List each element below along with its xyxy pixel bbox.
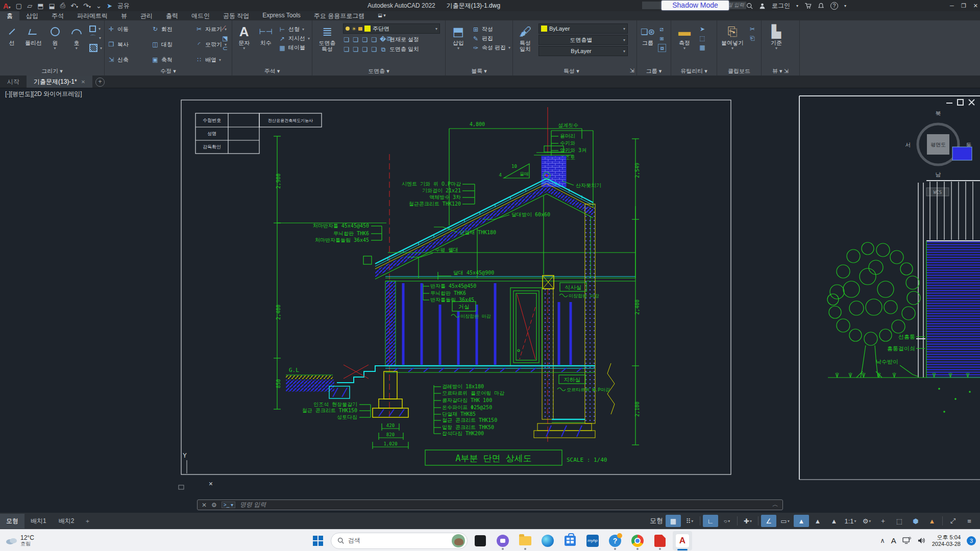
panel-properties-title[interactable]: 특성 ▾ ⇲ — [513, 67, 636, 75]
line-button[interactable]: 선 — [3, 23, 20, 52]
help-icon[interactable]: ? — [830, 2, 838, 10]
app-terminal[interactable] — [471, 531, 490, 550]
login-caret-icon[interactable]: ▾ — [796, 4, 798, 8]
set-current-layer-button[interactable]: �즉현재로 설정 — [380, 35, 419, 44]
model-paper-toggle[interactable]: 모형 — [648, 515, 665, 527]
new-layout-button[interactable]: ＋ — [84, 517, 90, 525]
layer-tool-icon[interactable]: ❏ — [352, 46, 359, 53]
isodraft-toggle[interactable]: ✚▾ — [740, 515, 755, 527]
move-button[interactable]: ✛이동 — [108, 23, 148, 35]
grip-box[interactable] — [179, 485, 184, 489]
panel-draw-title[interactable]: 그리기 ▾ — [0, 67, 104, 75]
tab-annotate[interactable]: 주석 — [45, 11, 70, 20]
offset-icon[interactable]: ⊂ — [222, 45, 229, 52]
layer-properties-button[interactable]: ≣도면층 특성 — [315, 23, 339, 53]
hardware-warning-icon[interactable]: ▲ — [924, 515, 940, 527]
redo-icon[interactable]: ↷▾ — [83, 2, 91, 10]
help-caret-icon[interactable]: ▾ — [844, 4, 846, 8]
tray-chevron-icon[interactable]: ∧ — [880, 537, 885, 544]
cart-icon[interactable] — [804, 3, 812, 9]
ungroup-icon[interactable]: ⧄ — [658, 26, 665, 33]
layer-tool-icon[interactable]: ❏ — [371, 46, 378, 53]
group-button[interactable]: ❏⊛그룹 — [639, 23, 656, 52]
layer-tool-icon[interactable]: ❏ — [361, 36, 369, 43]
network-icon[interactable] — [902, 537, 911, 544]
insert-block-button[interactable]: ⬒삽입▾ — [449, 23, 468, 52]
minimize-button[interactable]: ─ — [950, 3, 954, 9]
layer-tool-icon[interactable]: ❏ — [343, 46, 350, 53]
grid-toggle[interactable]: ▦ — [666, 515, 681, 527]
grip-x-icon[interactable]: ✕ — [209, 480, 213, 487]
user-icon[interactable] — [759, 3, 766, 9]
tab-view[interactable]: 뷰 — [114, 11, 134, 20]
arc-button[interactable]: 호▾ — [68, 23, 85, 52]
crosshair-button[interactable]: ＋ — [875, 515, 891, 527]
layer-tool-icon[interactable]: ❏ — [343, 36, 350, 43]
rotate-button[interactable]: ↻회전 — [152, 23, 191, 35]
clock[interactable]: 오후 5:04 2024-03-28 — [932, 534, 961, 547]
color-combo[interactable]: ByLayer▾ — [538, 23, 628, 34]
tab-collaborate[interactable]: 공동 작업 — [216, 11, 256, 20]
circle-button[interactable]: 원▾ — [46, 23, 64, 52]
match-properties-button[interactable]: 🖌특성 일치 — [516, 23, 534, 56]
create-block-button[interactable]: ⊞작성 — [472, 26, 510, 33]
layer-match-button[interactable]: ⧉도면층 일치 — [380, 45, 419, 53]
ribbon-display-toggle[interactable]: ⬓ ▾ — [371, 11, 393, 20]
command-line[interactable]: ✕ ⚙ >_ ▾ 명령 입력 ︿ — [197, 499, 783, 510]
copy-clip-icon[interactable]: ⎗ — [749, 35, 756, 42]
speaker-icon[interactable] — [917, 537, 926, 544]
layout-tab-model[interactable]: 모형 — [0, 514, 24, 529]
panel-view-title[interactable]: 뷰 ▾ ⇲ — [762, 67, 799, 75]
rectangle-button[interactable]: ▾ — [89, 26, 102, 32]
login-label[interactable]: 로그인 — [772, 2, 790, 10]
drawing-canvas[interactable]: 수험번호 성명 감독확인 전산응용건축제도기능사 4,800 설계칫수 용머리 … — [0, 88, 980, 513]
autocad-logo-icon[interactable]: A▾ — [3, 2, 11, 10]
osnap-settings[interactable]: ▲ — [810, 515, 825, 527]
command-history-icon[interactable]: ︿ — [772, 500, 778, 509]
app-store[interactable] — [560, 531, 580, 550]
save-icon[interactable]: ⬒ — [37, 2, 43, 10]
qat-customize-icon[interactable]: ⌄ — [96, 2, 102, 10]
scale-button[interactable]: ▣축척 — [152, 54, 191, 65]
measure-button[interactable]: ▬측정▾ — [674, 23, 695, 51]
tab-parametric[interactable]: 파라메트릭 — [70, 11, 114, 20]
app-help[interactable]: ? — [605, 531, 625, 550]
ortho-toggle[interactable]: ∟ — [703, 515, 718, 527]
file-tab-document[interactable]: 기출문제(13)-1*✕ — [27, 76, 92, 88]
app-autocad[interactable]: A — [673, 531, 692, 550]
panel-block-title[interactable]: 블록 ▾ — [446, 67, 512, 75]
app-edge[interactable] — [538, 531, 557, 550]
edit-attributes-button[interactable]: ✑속성 편집 ▾ — [472, 44, 510, 52]
text-button[interactable]: A문자▾ — [235, 23, 253, 52]
annotation-scale[interactable]: 1:1▾ — [843, 515, 858, 527]
hatch-button[interactable]: ▾ — [89, 44, 102, 52]
command-prompt-icon[interactable]: >_ ▾ — [222, 502, 235, 508]
table-button[interactable]: ▦테이블 — [279, 44, 310, 52]
start-button[interactable] — [308, 531, 328, 550]
plot-icon[interactable]: ⎙ — [60, 2, 65, 10]
dimension-button[interactable]: ⊢⊣치수 — [257, 23, 274, 52]
notification-bell-icon[interactable] — [818, 3, 824, 9]
leader-button[interactable]: ↗지시선 ▾ — [279, 35, 310, 42]
tab-express-tools[interactable]: Express Tools — [256, 11, 307, 20]
command-customize-icon[interactable]: ⚙ — [211, 502, 217, 509]
save-as-icon[interactable]: ⬓ — [48, 2, 55, 10]
new-tab-button[interactable]: + — [95, 78, 105, 87]
tab-insert[interactable]: 삽입 — [19, 11, 45, 20]
graphics-performance-icon[interactable]: ⬢ — [908, 515, 923, 527]
share-label[interactable]: 공유 — [117, 2, 130, 10]
quick-select-icon[interactable]: ➤ — [699, 26, 706, 33]
weather-widget[interactable]: 12°C흐림 — [0, 535, 66, 547]
quick-calc-icon[interactable]: ▦ — [699, 44, 706, 51]
app-pdf[interactable] — [650, 531, 670, 550]
snap-toggle[interactable]: ⠿▾ — [682, 515, 697, 527]
osnap-3d-toggle[interactable]: ▲ — [826, 515, 842, 527]
search-icon[interactable] — [746, 3, 753, 9]
file-tab-close-icon[interactable]: ✕ — [81, 79, 85, 85]
otrack-toggle[interactable]: ∠ — [761, 515, 776, 527]
tab-output[interactable]: 출력 — [159, 11, 185, 20]
app-chat[interactable] — [493, 531, 512, 550]
polar-tracking-toggle[interactable]: ⌔▾ — [719, 515, 734, 527]
copy-button[interactable]: ❐복사 — [108, 39, 148, 50]
linear-dim-button[interactable]: ⊢선형 ▾ — [279, 26, 310, 33]
